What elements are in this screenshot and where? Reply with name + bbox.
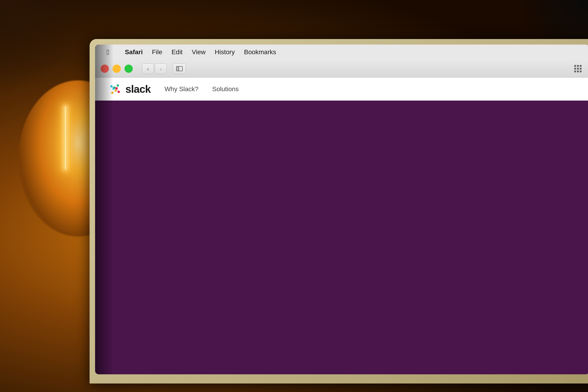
laptop-body:  Safari File Edit View History Bookmark… xyxy=(90,39,588,384)
menubar-file[interactable]: File xyxy=(148,47,167,57)
macos-menubar:  Safari File Edit View History Bookmark… xyxy=(95,44,588,60)
bulb-filament xyxy=(42,99,88,177)
browser-content: slack Why Slack? Solutions xyxy=(95,78,588,374)
browser-toolbar: ‹ › xyxy=(95,60,588,78)
grid-dot xyxy=(574,68,576,70)
corner-shadow-tl xyxy=(0,0,92,92)
sidebar-toggle-button[interactable] xyxy=(173,64,186,74)
minimize-button[interactable] xyxy=(112,64,121,73)
grid-dot xyxy=(580,70,582,72)
laptop-screen:  Safari File Edit View History Bookmark… xyxy=(95,44,588,374)
grid-apps-button[interactable] xyxy=(572,64,584,74)
maximize-button[interactable] xyxy=(124,64,133,73)
sidebar-icon xyxy=(176,66,182,71)
apple-menu-icon[interactable]:  xyxy=(102,47,114,58)
grid-dot xyxy=(577,68,579,70)
menubar-history[interactable]: History xyxy=(210,47,239,57)
slack-navbar: slack Why Slack? Solutions xyxy=(95,78,588,100)
slack-hero-section xyxy=(95,100,588,374)
grid-dot xyxy=(580,68,582,70)
forward-icon: › xyxy=(160,65,162,72)
close-button[interactable] xyxy=(100,64,109,73)
grid-dot xyxy=(574,70,576,72)
slack-nav-why-slack[interactable]: Why Slack? xyxy=(164,86,198,93)
grid-dot xyxy=(574,65,576,67)
menubar-bookmarks[interactable]: Bookmarks xyxy=(239,47,281,57)
sidebar-icon-left-panel xyxy=(177,66,179,71)
menubar-safari[interactable]: Safari xyxy=(120,47,148,57)
grid-dot xyxy=(577,65,579,67)
laptop-frame:  Safari File Edit View History Bookmark… xyxy=(90,39,588,384)
back-icon: ‹ xyxy=(147,65,149,72)
menubar-view[interactable]: View xyxy=(187,47,210,57)
grid-dot xyxy=(580,65,582,67)
grid-dot xyxy=(577,70,579,72)
slack-logo[interactable]: slack xyxy=(109,83,151,95)
back-button[interactable]: ‹ xyxy=(142,64,154,74)
slack-wordmark: slack xyxy=(126,83,151,95)
forward-button[interactable]: › xyxy=(155,64,167,74)
slack-nav-solutions[interactable]: Solutions xyxy=(212,86,239,93)
traffic-lights xyxy=(100,64,133,73)
menubar-edit[interactable]: Edit xyxy=(167,47,187,57)
grid-dots-icon xyxy=(574,65,582,72)
slack-logo-icon xyxy=(109,83,121,95)
nav-buttons: ‹ › xyxy=(142,64,167,74)
